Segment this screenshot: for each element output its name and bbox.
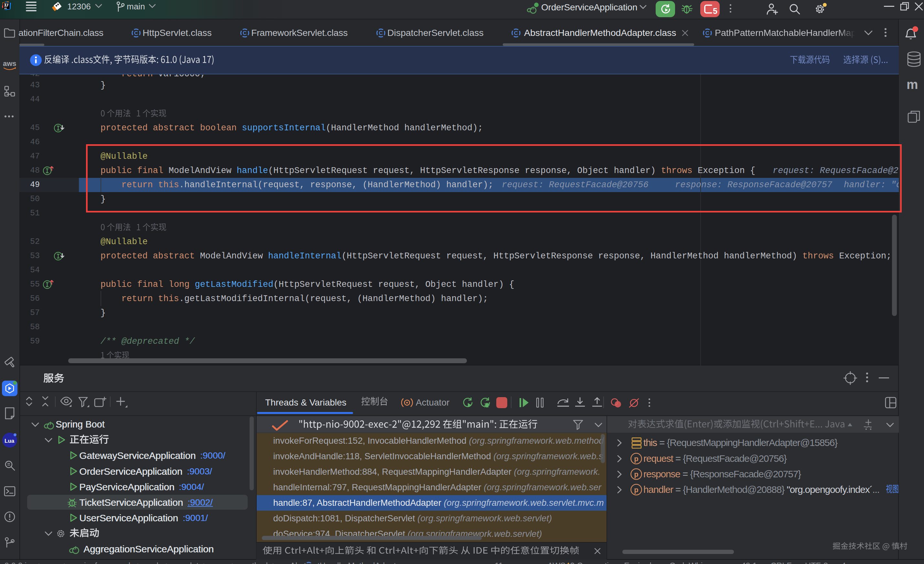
svg-text:5: 5 xyxy=(713,6,717,15)
svg-text:p: p xyxy=(634,470,638,478)
svg-text:p: p xyxy=(634,486,638,494)
svg-text:C: C xyxy=(243,30,247,36)
svg-text:C: C xyxy=(134,30,138,36)
svg-text:C: C xyxy=(705,30,710,36)
svg-text:C: C xyxy=(514,30,518,36)
svg-text:C: C xyxy=(379,30,383,36)
svg-text:p: p xyxy=(634,455,638,463)
